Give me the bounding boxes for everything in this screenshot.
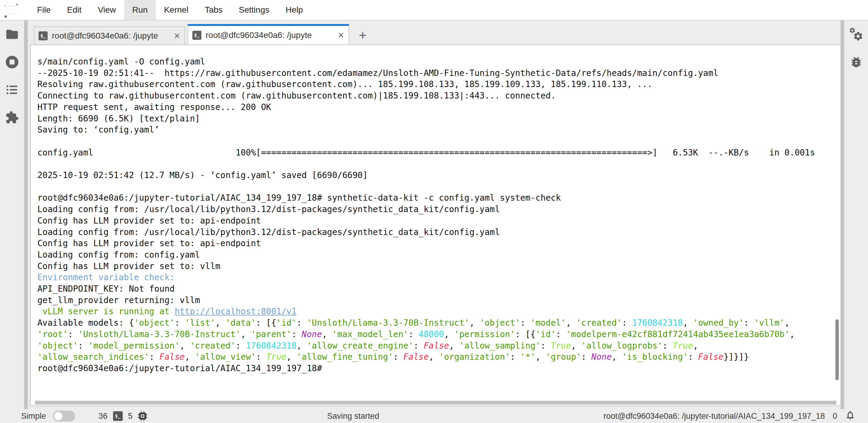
terminal-line: root@dfc96034e0a6:/jupyter-tutorial/AIAC…	[37, 363, 841, 374]
menu-edit[interactable]: Edit	[59, 0, 90, 20]
terminal-line	[37, 158, 841, 170]
terminal-icon[interactable]: $_	[113, 411, 123, 421]
status-bar: Simple 36 $_ 5 Saving started root@dfc96…	[0, 409, 868, 423]
terminal-line: Resolving raw.githubusercontent.com (raw…	[37, 78, 841, 90]
terminal-panel[interactable]: s/main/config.yaml -O config.yaml--2025-…	[30, 44, 841, 406]
session-path-label: root@dfc96034e0a6: /jupyter-tutorial/AIA…	[603, 412, 825, 421]
bell-icon[interactable]	[845, 410, 855, 422]
terminal-line: Environment variable check:	[37, 272, 841, 283]
terminal-line: 'allow_search_indices': False, 'allow_vi…	[37, 351, 841, 363]
menubar-items: FileEditViewRunKernelTabsSettingsHelp	[29, 0, 311, 20]
terminal-line: s/main/config.yaml -O config.yaml	[37, 56, 841, 67]
tab-close-icon[interactable]: ✕	[334, 31, 348, 40]
menu-run[interactable]: Run	[124, 0, 156, 20]
terminal-icon: $_	[39, 31, 48, 40]
terminal-line	[37, 181, 841, 193]
terminal-count[interactable]: 36	[99, 412, 107, 421]
terminal-line: 'object': 'model_permission', 'created':…	[37, 340, 841, 352]
terminal-line: 2025-10-19 02:51:42 (12.7 MB/s) - ‘confi…	[37, 170, 841, 181]
terminal-line: Available models: {'object': 'list', 'da…	[37, 317, 841, 329]
terminal-line: vLLM server is running at http://localho…	[37, 306, 841, 317]
terminal-line: Loading config from: /usr/local/lib/pyth…	[37, 227, 841, 238]
menu-help[interactable]: Help	[277, 0, 311, 20]
tab-label: root@dfc96034e0a6: /jupyte	[206, 30, 334, 40]
tab-close-icon[interactable]: ✕	[169, 31, 185, 41]
menu-settings[interactable]: Settings	[230, 0, 277, 20]
horizontal-scrollbar[interactable]	[35, 401, 836, 404]
status-left-group: Simple 36 $_ 5	[21, 411, 148, 422]
menu-tabs[interactable]: Tabs	[196, 0, 230, 20]
new-tab-button[interactable]: +	[354, 28, 371, 42]
tab-label: root@dfc96034e0a6: /jupyte	[52, 31, 169, 41]
terminal-line: get_llm_provider returning: vllm	[37, 295, 841, 306]
menu-kernel[interactable]: Kernel	[156, 0, 196, 20]
extensions-icon[interactable]	[0, 104, 24, 131]
left-sidebar	[0, 21, 24, 409]
terminal-line: Saving to: ‘config.yaml’	[37, 124, 841, 136]
terminal-output: s/main/config.yaml -O config.yaml--2025-…	[31, 45, 841, 374]
right-sidebar	[844, 21, 868, 409]
terminal-line: config.yaml 100%[=======================…	[37, 147, 841, 159]
debugger-bug-icon[interactable]	[844, 48, 868, 76]
vertical-scrollbar[interactable]	[835, 319, 839, 380]
jupyter-logo	[4, 3, 19, 19]
status-right-group: root@dfc96034e0a6: /jupyter-tutorial/AIA…	[603, 410, 855, 422]
menu-file[interactable]: File	[29, 0, 59, 20]
notification-count[interactable]: 0	[833, 412, 837, 421]
terminal-tab-2[interactable]: $_root@dfc96034e0a6: /jupyte✕	[188, 24, 349, 44]
toggle-knob	[54, 412, 62, 420]
terminal-line: 'root': 'Unsloth/Llama-3.3-70B-Instruct'…	[37, 329, 841, 340]
menubar: FileEditViewRunKernelTabsSettingsHelp	[0, 0, 868, 21]
terminal-line: Length: 6690 (6.5K) [text/plain]	[37, 113, 841, 124]
terminal-line: API_ENDPOINT_KEY: Not found	[37, 283, 841, 295]
terminal-line: Config has LLM provider set to: api-endp…	[37, 238, 841, 249]
table-of-contents-icon[interactable]	[0, 76, 24, 104]
terminal-line	[37, 136, 841, 147]
simple-mode-toggle[interactable]	[53, 411, 75, 422]
terminal-line: Loading config from: /usr/local/lib/pyth…	[37, 204, 841, 215]
terminal-line: Config has LLM provider set to: api-endp…	[37, 215, 841, 227]
status-message: Saving started	[327, 412, 379, 421]
terminal-icon: $_	[192, 31, 202, 40]
left-panel-divider[interactable]	[24, 21, 28, 409]
menu-view[interactable]: View	[90, 0, 124, 20]
folder-icon[interactable]	[0, 21, 24, 48]
terminal-line: HTTP request sent, awaiting response... …	[37, 101, 841, 113]
terminal-line: Connecting to raw.githubusercontent.com …	[37, 90, 841, 101]
property-inspector-gears-icon[interactable]	[844, 21, 868, 48]
terminal-tab-1[interactable]: $_root@dfc96034e0a6: /jupyte✕	[34, 27, 185, 44]
terminal-line: root@dfc96034e0a6:/jupyter-tutorial/AIAC…	[37, 192, 841, 204]
running-kernels-icon[interactable]	[0, 48, 24, 76]
terminal-line: Config has LLM provider set to: vllm	[37, 261, 841, 272]
terminal-line: --2025-10-19 02:51:41-- https://raw.gith…	[37, 67, 841, 79]
jupyterlab-window: FileEditViewRunKernelTabsSettingsHelp	[0, 0, 868, 423]
kernel-count[interactable]: 5	[128, 412, 133, 421]
terminal-line: Loading config from: config.yaml	[37, 249, 841, 261]
kernel-chip-icon[interactable]	[137, 411, 148, 421]
simple-mode-label: Simple	[21, 412, 46, 421]
